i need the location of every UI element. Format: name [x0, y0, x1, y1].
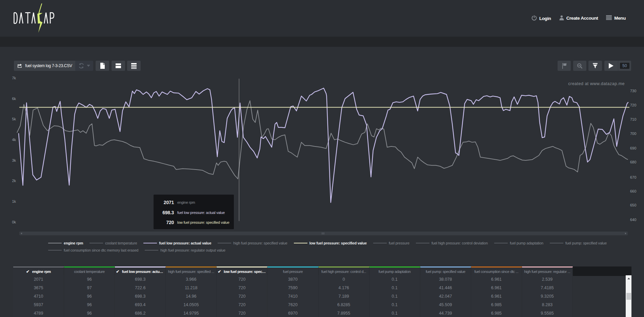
svg-text:700: 700: [630, 132, 636, 136]
svg-text:730: 730: [630, 89, 636, 93]
svg-text:4k: 4k: [12, 138, 16, 142]
svg-text:690: 690: [630, 146, 636, 150]
svg-text:6k: 6k: [12, 97, 16, 101]
svg-text:680: 680: [630, 160, 636, 164]
svg-text:5k: 5k: [12, 117, 16, 121]
svg-text:3k: 3k: [12, 158, 16, 162]
svg-text:710: 710: [630, 117, 636, 121]
svg-text:640: 640: [630, 218, 636, 222]
svg-text:created at www.datazap.me: created at www.datazap.me: [568, 81, 625, 86]
svg-text:1k: 1k: [12, 199, 16, 203]
svg-text:660: 660: [630, 189, 636, 193]
svg-text:2k: 2k: [12, 179, 16, 183]
svg-text:7k: 7k: [12, 76, 16, 80]
svg-text:0k: 0k: [12, 220, 16, 224]
svg-text:650: 650: [630, 203, 636, 207]
svg-text:720: 720: [630, 103, 636, 107]
svg-text:670: 670: [630, 175, 636, 179]
